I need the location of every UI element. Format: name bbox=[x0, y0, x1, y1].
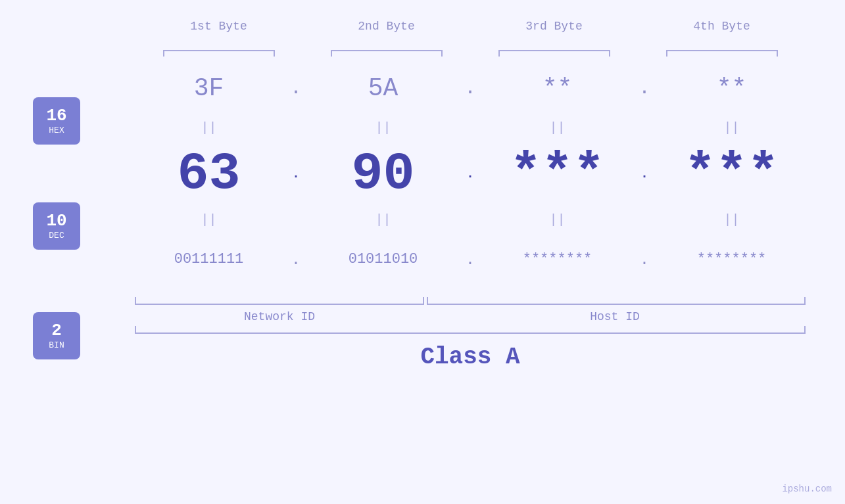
dec-byte4: *** bbox=[658, 144, 806, 204]
host-bracket-right bbox=[804, 297, 806, 305]
col-header-2: 2nd Byte bbox=[302, 20, 470, 33]
dec-dot2: . bbox=[457, 166, 483, 181]
class-bracket-right bbox=[804, 326, 806, 334]
network-bracket bbox=[135, 304, 424, 305]
id-labels-row: Network ID Host ID bbox=[135, 310, 806, 323]
bin-byte4-value: ******** bbox=[697, 251, 767, 267]
bottom-section: Network ID Host ID Class A bbox=[39, 292, 806, 371]
watermark: ipshu.com bbox=[782, 484, 832, 494]
col-header-1: 1st Byte bbox=[135, 20, 302, 33]
bin-byte1-value: 00111111 bbox=[174, 251, 244, 267]
eq1-byte2: || bbox=[309, 120, 457, 135]
bin-dot1: . bbox=[283, 249, 309, 269]
bracket-col2 bbox=[302, 39, 470, 55]
bin-dot3: . bbox=[631, 249, 658, 269]
bracket-line-1 bbox=[163, 50, 275, 51]
dec-byte3-value: *** bbox=[510, 144, 604, 204]
bracket-col4 bbox=[638, 39, 806, 55]
main-container: 16 HEX 10 DEC 2 BIN 1st Byte 2nd Byte 3r… bbox=[0, 0, 845, 504]
hex-dot2: . bbox=[457, 77, 483, 99]
hex-byte2-value: 5A bbox=[368, 74, 398, 103]
eq2-byte3: || bbox=[483, 212, 631, 227]
eq1-byte4: || bbox=[658, 120, 806, 135]
bracket-col1 bbox=[135, 39, 302, 55]
hex-byte1: 3F bbox=[135, 74, 283, 103]
eq2-byte1: || bbox=[135, 212, 283, 227]
hex-byte4-value: ** bbox=[717, 74, 747, 103]
class-label: Class A bbox=[420, 344, 519, 371]
dec-byte1: 63 bbox=[135, 144, 283, 204]
bin-byte2: 01011010 bbox=[309, 251, 457, 267]
bin-byte4: ******** bbox=[658, 251, 806, 267]
bin-row: 00111111 . 01011010 . ******** . *******… bbox=[135, 233, 806, 285]
bin-dot2: . bbox=[457, 249, 483, 269]
hex-byte2: 5A bbox=[309, 74, 457, 103]
host-bracket-left bbox=[427, 297, 428, 305]
equals-row-1: || || || || bbox=[135, 114, 806, 141]
eq2-byte2: || bbox=[309, 212, 457, 227]
bracket-line-4 bbox=[666, 50, 778, 51]
hex-row-area: 3F . 5A . ** . ** || bbox=[39, 62, 806, 285]
eq1-byte3: || bbox=[483, 120, 631, 135]
network-bracket-right bbox=[423, 297, 424, 305]
hex-byte1-value: 3F bbox=[194, 74, 224, 103]
col-header-3: 3rd Byte bbox=[470, 20, 638, 33]
network-id-label: Network ID bbox=[135, 310, 424, 323]
hex-byte3-value: ** bbox=[543, 74, 573, 103]
bin-byte1: 00111111 bbox=[135, 251, 283, 267]
bin-byte3-value: ******** bbox=[523, 251, 592, 267]
dec-row: 63 . 90 . *** . *** bbox=[135, 141, 806, 206]
network-bracket-left bbox=[135, 297, 136, 305]
dec-byte2: 90 bbox=[309, 144, 457, 204]
col-header-4: 4th Byte bbox=[638, 20, 806, 33]
bin-badge: 2 BIN bbox=[33, 312, 80, 359]
equals-row-2: || || || || bbox=[135, 206, 806, 233]
hex-dot1: . bbox=[283, 77, 309, 99]
bin-byte2-value: 01011010 bbox=[349, 251, 418, 267]
dec-byte4-value: *** bbox=[684, 144, 779, 204]
bottom-brackets-row bbox=[135, 292, 806, 305]
host-id-label: Host ID bbox=[424, 310, 806, 323]
dec-dot1: . bbox=[283, 166, 309, 181]
class-bracket-left bbox=[135, 326, 136, 334]
bracket-line-3 bbox=[498, 50, 610, 51]
dec-dot3: . bbox=[631, 166, 658, 181]
host-bracket bbox=[427, 304, 806, 305]
dec-byte1-value: 63 bbox=[177, 144, 240, 204]
dec-byte2-value: 90 bbox=[351, 144, 414, 204]
bracket-line-2 bbox=[331, 50, 443, 51]
hex-dot3: . bbox=[631, 77, 658, 99]
bin-byte3: ******** bbox=[483, 251, 631, 267]
bin-badge-label: BIN bbox=[49, 340, 64, 350]
class-label-row: Class A bbox=[135, 344, 806, 371]
eq2-byte4: || bbox=[658, 212, 806, 227]
hex-byte3: ** bbox=[483, 74, 631, 103]
dec-byte3: *** bbox=[483, 144, 631, 204]
hex-row: 3F . 5A . ** . ** bbox=[135, 62, 806, 114]
bin-badge-number: 2 bbox=[51, 322, 62, 339]
class-bracket bbox=[135, 332, 806, 334]
top-brackets bbox=[39, 39, 806, 55]
column-headers: 1st Byte 2nd Byte 3rd Byte 4th Byte bbox=[39, 20, 806, 33]
eq1-byte1: || bbox=[135, 120, 283, 135]
bracket-col3 bbox=[470, 39, 638, 55]
hex-byte4: ** bbox=[658, 74, 806, 103]
